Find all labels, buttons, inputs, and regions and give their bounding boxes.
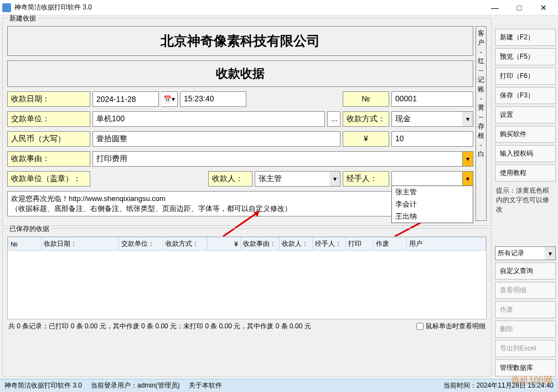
payee-dropdown-icon[interactable]: ▾ <box>329 171 340 187</box>
payee-label[interactable]: 收款人： <box>208 171 252 187</box>
rmb-upper-input[interactable]: 壹拾圆整 <box>92 131 340 147</box>
maximize-button[interactable]: □ <box>507 1 531 15</box>
handler-option-2[interactable]: 李会计 <box>392 198 473 210</box>
handler-dropdown-list: 张主管 李会计 王出纳 <box>391 185 473 223</box>
currency-label[interactable]: ¥ <box>343 131 389 147</box>
bottombar-app: 神奇简洁收据打印软件 3.0 <box>4 381 82 390</box>
col-handler[interactable]: 经手人： <box>313 238 346 251</box>
settings-button[interactable]: 设置 <box>495 106 556 123</box>
col-payer[interactable]: 交款单位： <box>119 238 163 251</box>
time-input[interactable]: 15:23:40 <box>180 91 246 107</box>
delete-button[interactable]: 删除 <box>495 321 556 338</box>
unit-seal-label[interactable]: 收款单位（盖章）： <box>7 171 90 187</box>
payer-label[interactable]: 交款单位： <box>7 111 90 127</box>
handler-input[interactable] <box>391 171 462 187</box>
saved-receipt-label: 已保存的收据 <box>7 224 51 234</box>
payer-input[interactable]: 单机100 <box>92 111 325 127</box>
saved-receipt-group: 已保存的收据 № 收款日期： 交款单位： 收款方式： ¥ <box>2 228 492 376</box>
reason-input[interactable]: 打印费用 <box>92 151 462 167</box>
void-button[interactable]: 作废 <box>495 301 556 318</box>
reason-dropdown-icon[interactable]: ▾ <box>462 151 473 167</box>
table-header-row: № 收款日期： 交款单位： 收款方式： ¥ 收款事由： 收款人： 经手人： 打印 <box>8 238 486 251</box>
new-receipt-label: 新建收据 <box>7 14 38 23</box>
handler-option-3[interactable]: 王出纳 <box>392 210 473 223</box>
titlebar: 神奇简洁收据打印软件 3.0 — □ ✕ <box>0 0 558 16</box>
bottombar-about[interactable]: 关于本软件 <box>189 381 222 390</box>
reason-label[interactable]: 收款事由： <box>7 151 90 167</box>
rmb-label[interactable]: 人民币（大写） <box>7 131 90 147</box>
col-method[interactable]: 收款方式： <box>163 238 208 251</box>
saved-table[interactable]: № 收款日期： 交款单位： 收款方式： ¥ 收款事由： 收款人： 经手人： 打印 <box>7 236 487 319</box>
close-button[interactable]: ✕ <box>531 1 556 15</box>
app-icon <box>2 3 11 12</box>
payer-lookup-button[interactable]: ... <box>327 111 340 127</box>
click-detail-checkbox[interactable]: 鼠标单击时查看明细 <box>416 322 485 331</box>
minimize-button[interactable]: — <box>483 1 507 15</box>
auth-button[interactable]: 输入授权码 <box>495 145 556 162</box>
handler-dropdown-icon[interactable]: ▾ <box>462 171 473 187</box>
no-input[interactable]: 00001 <box>391 91 473 107</box>
hint-text: 提示：淡黄底色框内的文字也可以修改 <box>495 184 556 216</box>
bottombar: 神奇简洁收据打印软件 3.0 当前登录用户：admin(管理员) 关于本软件 当… <box>0 379 558 392</box>
col-reason[interactable]: 收款事由： <box>241 238 280 251</box>
handler-label[interactable]: 经手人： <box>343 171 389 187</box>
save-button[interactable]: 保存（F3） <box>495 87 556 104</box>
receipt-title-field[interactable]: 收款收据 <box>7 60 473 87</box>
tutorial-button[interactable]: 使用教程 <box>495 164 556 182</box>
company-name-field[interactable]: 北京神奇像素科技有限公司 <box>7 26 473 56</box>
col-void[interactable]: 作废 <box>374 238 407 251</box>
pay-method-input[interactable]: 现金 <box>391 111 462 127</box>
col-no[interactable]: № <box>8 238 42 251</box>
new-button[interactable]: 新建（F2） <box>495 29 556 46</box>
window-title: 神奇简洁收据打印软件 3.0 <box>14 3 483 12</box>
no-label[interactable]: № <box>343 91 389 107</box>
bottombar-time: 当前时间：2024年11月28日 15:24:40 <box>443 381 554 390</box>
pay-method-dropdown-icon[interactable]: ▾ <box>462 111 473 127</box>
records-filter[interactable]: 所有记录 <box>495 246 545 260</box>
click-detail-label: 鼠标单击时查看明细 <box>426 322 485 331</box>
manage-db-button[interactable]: 管理数据库 <box>495 359 556 376</box>
records-filter-dropdown-icon[interactable]: ▾ <box>545 246 556 260</box>
view-detail-button[interactable]: 查看明细 <box>495 282 556 299</box>
calendar-icon[interactable]: 📅▾ <box>161 91 178 107</box>
click-detail-input[interactable] <box>416 323 423 330</box>
pay-method-label[interactable]: 收款方式： <box>343 111 389 127</box>
handler-option-1[interactable]: 张主管 <box>392 186 473 198</box>
new-receipt-group: 新建收据 北京神奇像素科技有限公司 收款收据 收款日期： <box>2 18 492 226</box>
col-print[interactable]: 打印 <box>346 238 374 251</box>
amount-input[interactable]: 10 <box>391 131 473 147</box>
date-label[interactable]: 收款日期： <box>7 91 90 107</box>
col-date[interactable]: 收款日期： <box>42 238 119 251</box>
bottombar-user: 当前登录用户：admin(管理员) <box>91 381 180 390</box>
print-button[interactable]: 打印（F6） <box>495 68 556 85</box>
preview-button[interactable]: 预览（F5） <box>495 48 556 65</box>
col-amount[interactable]: ¥ <box>208 238 241 251</box>
col-user[interactable]: 用户 <box>407 238 486 251</box>
export-button[interactable]: 导出到Excel <box>495 340 556 357</box>
col-payee[interactable]: 收款人： <box>280 238 313 251</box>
custom-query-button[interactable]: 自定义查询 <box>495 262 556 280</box>
payee-input[interactable]: 张主管 <box>255 171 329 187</box>
side-note[interactable]: 客户 - 红 -- 记账 - 黄 -- 存根 - 白 <box>476 26 487 221</box>
status-summary: 共 0 条记录；已打印 0 条 0.00 元，其中作废 0 条 0.00 元；未… <box>8 322 311 331</box>
date-input[interactable]: 2024-11-28 <box>92 91 159 107</box>
buy-button[interactable]: 购买软件 <box>495 126 556 143</box>
